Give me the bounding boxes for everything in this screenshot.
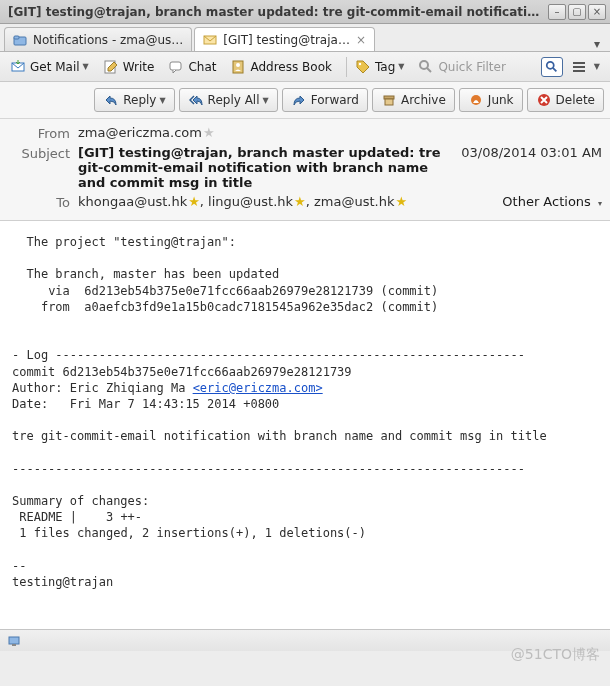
tab-bar: Notifications - zma@us… [GIT] testing@tr… xyxy=(0,24,610,52)
archive-icon xyxy=(381,92,397,108)
reply-all-button[interactable]: Reply All ▼ xyxy=(179,88,278,112)
chevron-down-icon: ▾ xyxy=(598,199,602,208)
reply-icon xyxy=(103,92,119,108)
button-label: Reply xyxy=(123,93,156,107)
get-mail-icon xyxy=(10,59,26,75)
maximize-button[interactable]: ▢ xyxy=(568,4,586,20)
tag-icon xyxy=(355,59,371,75)
folder-icon xyxy=(13,33,27,47)
button-label: Write xyxy=(123,60,155,74)
chevron-down-icon: ▼ xyxy=(263,96,269,105)
chevron-down-icon: ▼ xyxy=(83,62,89,71)
svg-point-10 xyxy=(547,61,554,68)
to-value: khongaa@ust.hk★, lingu@ust.hk★, zma@ust.… xyxy=(78,194,502,209)
close-window-button[interactable]: × xyxy=(588,4,606,20)
window-title: [GIT] testing@trajan, branch master upda… xyxy=(4,5,546,19)
tab-overflow-button[interactable]: ▾ xyxy=(588,37,606,51)
write-button[interactable]: Write xyxy=(99,57,159,77)
button-label: Forward xyxy=(311,93,359,107)
button-label: Get Mail xyxy=(30,60,80,74)
chat-icon xyxy=(168,59,184,75)
tab-label: Notifications - zma@us… xyxy=(33,33,183,47)
button-label: Delete xyxy=(556,93,595,107)
to-label: To xyxy=(8,194,78,210)
button-label: Quick Filter xyxy=(438,60,505,74)
svg-point-9 xyxy=(420,61,428,69)
message-headers: From zma@ericzma.com★ Subject [GIT] test… xyxy=(0,119,610,221)
button-label: Address Book xyxy=(250,60,331,74)
tab-label: [GIT] testing@traja… xyxy=(223,33,350,47)
reply-all-icon xyxy=(188,92,204,108)
subject-label: Subject xyxy=(8,145,78,161)
recipient[interactable]: khongaa@ust.hk xyxy=(78,194,187,209)
button-label: Junk xyxy=(488,93,514,107)
toolbar-separator xyxy=(346,57,347,77)
other-actions-button[interactable]: Other Actions ▾ xyxy=(502,194,602,209)
message-body[interactable]: The project "testing@trajan": The branch… xyxy=(0,221,610,629)
email-link[interactable]: <eric@ericzma.com> xyxy=(193,381,323,395)
hamburger-icon xyxy=(571,59,587,75)
online-status-icon[interactable] xyxy=(6,633,22,649)
tag-button[interactable]: Tag ▼ xyxy=(351,57,408,77)
from-label: From xyxy=(8,125,78,141)
get-mail-button[interactable]: Get Mail ▼ xyxy=(6,57,93,77)
svg-point-7 xyxy=(236,63,240,67)
recipient[interactable]: lingu@ust.hk xyxy=(208,194,293,209)
button-label: Reply All xyxy=(208,93,260,107)
star-icon[interactable]: ★ xyxy=(188,194,200,209)
button-label: Archive xyxy=(401,93,446,107)
status-bar xyxy=(0,629,610,651)
svg-rect-15 xyxy=(9,637,19,644)
recipient[interactable]: zma@ust.hk xyxy=(314,194,394,209)
chevron-down-icon: ▼ xyxy=(398,62,404,71)
menu-button[interactable]: ▼ xyxy=(567,57,604,77)
search-icon xyxy=(545,60,559,74)
svg-rect-1 xyxy=(14,36,19,39)
forward-button[interactable]: Forward xyxy=(282,88,368,112)
envelope-icon xyxy=(203,33,217,47)
archive-button[interactable]: Archive xyxy=(372,88,455,112)
star-icon[interactable]: ★ xyxy=(203,125,215,140)
datetime-value: 03/08/2014 03:01 AM xyxy=(453,145,602,160)
quick-filter-icon xyxy=(418,59,434,75)
delete-icon xyxy=(536,92,552,108)
address-book-icon xyxy=(230,59,246,75)
svg-rect-12 xyxy=(385,99,393,105)
star-icon[interactable]: ★ xyxy=(395,194,407,209)
close-tab-icon[interactable]: × xyxy=(356,33,366,47)
star-icon[interactable]: ★ xyxy=(294,194,306,209)
button-label: Chat xyxy=(188,60,216,74)
write-icon xyxy=(103,59,119,75)
tab-notifications[interactable]: Notifications - zma@us… xyxy=(4,27,192,51)
message-action-bar: Reply ▼ Reply All ▼ Forward Archive Junk… xyxy=(0,82,610,119)
svg-rect-16 xyxy=(12,644,16,646)
forward-icon xyxy=(291,92,307,108)
chat-button[interactable]: Chat xyxy=(164,57,220,77)
address-book-button[interactable]: Address Book xyxy=(226,57,335,77)
main-toolbar: Get Mail ▼ Write Chat Address Book Tag ▼… xyxy=(0,52,610,82)
minimize-button[interactable]: – xyxy=(548,4,566,20)
window-titlebar: [GIT] testing@trajan, branch master upda… xyxy=(0,0,610,24)
chevron-down-icon: ▼ xyxy=(159,96,165,105)
quick-filter-button[interactable]: Quick Filter xyxy=(414,57,509,77)
junk-button[interactable]: Junk xyxy=(459,88,523,112)
svg-point-8 xyxy=(359,62,361,64)
tab-message[interactable]: [GIT] testing@traja… × xyxy=(194,27,375,51)
junk-icon xyxy=(468,92,484,108)
from-value: zma@ericzma.com★ xyxy=(78,125,602,140)
svg-rect-5 xyxy=(170,62,181,70)
delete-button[interactable]: Delete xyxy=(527,88,604,112)
button-label: Tag xyxy=(375,60,395,74)
chevron-down-icon: ▼ xyxy=(594,62,600,71)
search-input[interactable] xyxy=(541,57,563,77)
subject-value: [GIT] testing@trajan, branch master upda… xyxy=(78,145,453,190)
reply-button[interactable]: Reply ▼ xyxy=(94,88,174,112)
